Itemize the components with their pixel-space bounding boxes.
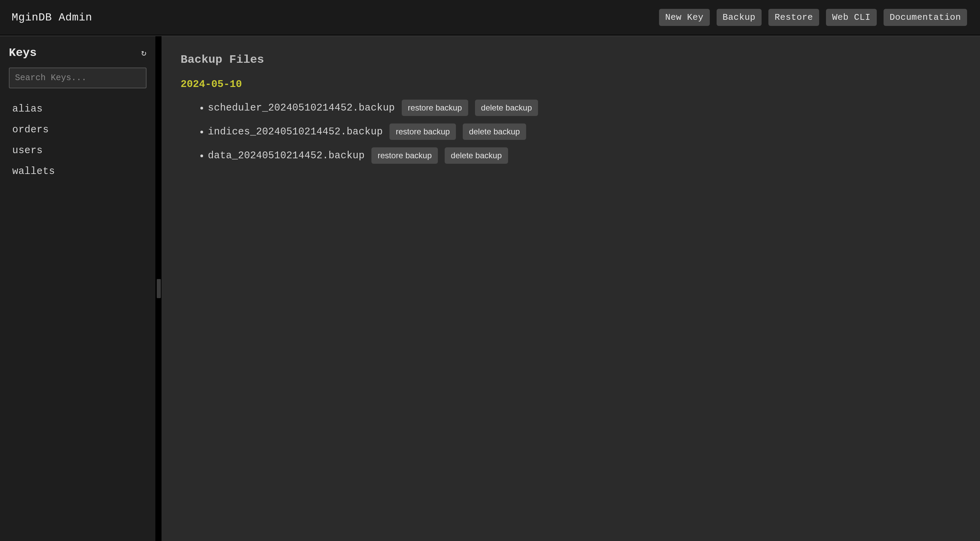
backup-date: 2024-05-10	[181, 78, 961, 90]
sidebar-item-users[interactable]: users	[9, 140, 146, 161]
backup-file-name: scheduler_20240510214452.backup	[208, 102, 395, 113]
backup-button[interactable]: Backup	[717, 9, 762, 26]
app-title: MginDB Admin	[11, 11, 92, 24]
body-area: Keys ↻ alias orders users wallets Backup…	[0, 35, 980, 541]
delete-backup-button[interactable]: delete backup	[463, 123, 526, 140]
backup-file-name: data_20240510214452.backup	[208, 150, 364, 161]
web-cli-button[interactable]: Web CLI	[826, 9, 877, 26]
backup-file-name: indices_20240510214452.backup	[208, 126, 383, 137]
refresh-icon[interactable]: ↻	[141, 48, 146, 58]
sidebar-item-alias[interactable]: alias	[9, 99, 146, 120]
list-item: data_20240510214452.backup restore backu…	[208, 147, 961, 164]
search-input[interactable]	[9, 67, 146, 88]
restore-backup-button[interactable]: restore backup	[371, 147, 438, 164]
key-list: alias orders users wallets	[9, 99, 146, 182]
main-pane: Backup Files 2024-05-10 scheduler_202405…	[162, 36, 980, 541]
pane-divider[interactable]	[156, 36, 162, 541]
page-title: Backup Files	[181, 53, 961, 66]
topbar: MginDB Admin New Key Backup Restore Web …	[0, 0, 980, 35]
list-item: indices_20240510214452.backup restore ba…	[208, 123, 961, 140]
delete-backup-button[interactable]: delete backup	[475, 100, 538, 116]
list-item: scheduler_20240510214452.backup restore …	[208, 100, 961, 116]
documentation-button[interactable]: Documentation	[884, 9, 967, 26]
restore-button[interactable]: Restore	[768, 9, 819, 26]
sidebar-item-wallets[interactable]: wallets	[9, 161, 146, 182]
restore-backup-button[interactable]: restore backup	[390, 123, 456, 140]
delete-backup-button[interactable]: delete backup	[445, 147, 508, 164]
sidebar-item-orders[interactable]: orders	[9, 120, 146, 140]
sidebar-title: Keys	[9, 46, 37, 59]
app-root: MginDB Admin New Key Backup Restore Web …	[0, 0, 980, 541]
topbar-actions: New Key Backup Restore Web CLI Documenta…	[659, 9, 967, 26]
divider-handle-icon[interactable]	[157, 279, 161, 298]
sidebar: Keys ↻ alias orders users wallets	[0, 36, 156, 541]
restore-backup-button[interactable]: restore backup	[402, 100, 468, 116]
sidebar-header: Keys ↻	[9, 46, 146, 59]
new-key-button[interactable]: New Key	[659, 9, 710, 26]
backup-list: scheduler_20240510214452.backup restore …	[181, 100, 961, 164]
